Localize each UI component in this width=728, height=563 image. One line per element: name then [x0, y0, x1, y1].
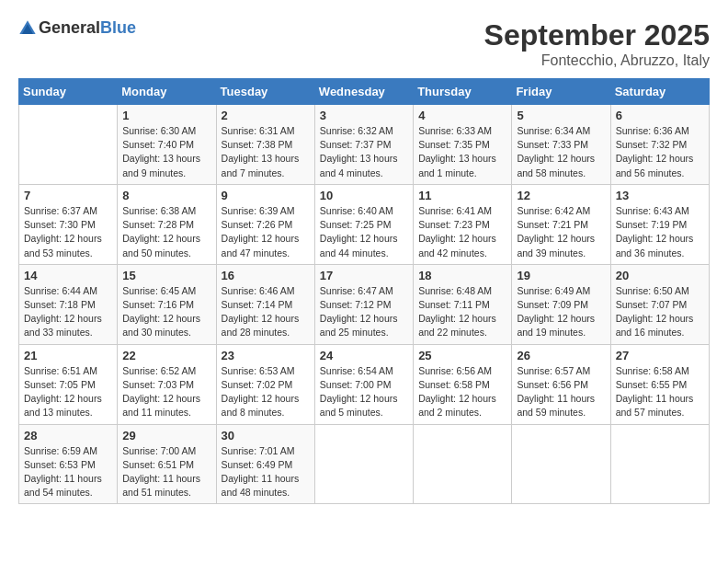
day-info: Sunrise: 6:34 AM Sunset: 7:33 PM Dayligh…: [517, 124, 605, 180]
calendar-cell: 5Sunrise: 6:34 AM Sunset: 7:33 PM Daylig…: [512, 105, 610, 185]
day-info: Sunrise: 6:46 AM Sunset: 7:14 PM Dayligh…: [222, 284, 310, 340]
calendar-cell: 26Sunrise: 6:57 AM Sunset: 6:56 PM Dayli…: [512, 344, 610, 424]
day-number: 11: [418, 189, 506, 202]
day-number: 6: [616, 109, 704, 122]
weekday-header-wednesday: Wednesday: [314, 79, 413, 105]
calendar-cell: 1Sunrise: 6:30 AM Sunset: 7:40 PM Daylig…: [118, 105, 216, 185]
calendar-body: 1Sunrise: 6:30 AM Sunset: 7:40 PM Daylig…: [19, 105, 710, 504]
day-info: Sunrise: 6:38 AM Sunset: 7:28 PM Dayligh…: [122, 204, 210, 260]
day-number: 13: [616, 189, 704, 202]
day-number: 26: [517, 349, 605, 362]
calendar-cell: 13Sunrise: 6:43 AM Sunset: 7:19 PM Dayli…: [610, 184, 709, 264]
month-title: September 2025: [484, 18, 710, 52]
day-info: Sunrise: 6:36 AM Sunset: 7:32 PM Dayligh…: [616, 124, 704, 180]
day-info: Sunrise: 6:45 AM Sunset: 7:16 PM Dayligh…: [122, 284, 210, 340]
day-number: 21: [24, 349, 112, 362]
calendar-week-2: 7Sunrise: 6:37 AM Sunset: 7:30 PM Daylig…: [19, 184, 710, 264]
calendar-cell: 25Sunrise: 6:56 AM Sunset: 6:58 PM Dayli…: [414, 344, 512, 424]
calendar-cell: 4Sunrise: 6:33 AM Sunset: 7:35 PM Daylig…: [414, 105, 512, 185]
calendar-cell: 3Sunrise: 6:32 AM Sunset: 7:37 PM Daylig…: [314, 105, 413, 185]
calendar-cell: 15Sunrise: 6:45 AM Sunset: 7:16 PM Dayli…: [118, 264, 216, 344]
day-number: 9: [222, 189, 310, 202]
calendar-cell: 23Sunrise: 6:53 AM Sunset: 7:02 PM Dayli…: [216, 344, 314, 424]
calendar-cell: 28Sunrise: 6:59 AM Sunset: 6:53 PM Dayli…: [19, 424, 118, 504]
day-number: 5: [517, 109, 605, 122]
day-info: Sunrise: 6:49 AM Sunset: 7:09 PM Dayligh…: [517, 284, 605, 340]
calendar-cell: 29Sunrise: 7:00 AM Sunset: 6:51 PM Dayli…: [118, 424, 216, 504]
calendar-cell: 14Sunrise: 6:44 AM Sunset: 7:18 PM Dayli…: [19, 264, 118, 344]
day-number: 4: [418, 109, 506, 122]
calendar-cell: 2Sunrise: 6:31 AM Sunset: 7:38 PM Daylig…: [216, 105, 314, 185]
calendar-cell: 12Sunrise: 6:42 AM Sunset: 7:21 PM Dayli…: [512, 184, 610, 264]
calendar-cell: 24Sunrise: 6:54 AM Sunset: 7:00 PM Dayli…: [314, 344, 413, 424]
day-number: 24: [320, 349, 408, 362]
weekday-header-saturday: Saturday: [610, 79, 709, 105]
day-number: 29: [122, 429, 210, 442]
weekday-header-row: SundayMondayTuesdayWednesdayThursdayFrid…: [19, 79, 710, 105]
day-info: Sunrise: 6:40 AM Sunset: 7:25 PM Dayligh…: [320, 204, 408, 260]
weekday-header-tuesday: Tuesday: [216, 79, 314, 105]
calendar-cell: 9Sunrise: 6:39 AM Sunset: 7:26 PM Daylig…: [216, 184, 314, 264]
day-info: Sunrise: 6:33 AM Sunset: 7:35 PM Dayligh…: [418, 124, 506, 180]
day-number: 22: [122, 349, 210, 362]
calendar-cell: 19Sunrise: 6:49 AM Sunset: 7:09 PM Dayli…: [512, 264, 610, 344]
day-info: Sunrise: 6:43 AM Sunset: 7:19 PM Dayligh…: [616, 204, 704, 260]
day-number: 3: [320, 109, 408, 122]
calendar-cell: 6Sunrise: 6:36 AM Sunset: 7:32 PM Daylig…: [610, 105, 709, 185]
calendar-week-3: 14Sunrise: 6:44 AM Sunset: 7:18 PM Dayli…: [19, 264, 710, 344]
day-info: Sunrise: 6:48 AM Sunset: 7:11 PM Dayligh…: [418, 284, 506, 340]
calendar-cell: 22Sunrise: 6:52 AM Sunset: 7:03 PM Dayli…: [118, 344, 216, 424]
day-info: Sunrise: 6:57 AM Sunset: 6:56 PM Dayligh…: [517, 364, 605, 420]
calendar-cell: 27Sunrise: 6:58 AM Sunset: 6:55 PM Dayli…: [610, 344, 709, 424]
logo-text-general: General: [39, 18, 100, 37]
day-number: 16: [222, 269, 310, 282]
day-number: 20: [616, 269, 704, 282]
day-info: Sunrise: 6:41 AM Sunset: 7:23 PM Dayligh…: [418, 204, 506, 260]
day-info: Sunrise: 7:01 AM Sunset: 6:49 PM Dayligh…: [222, 444, 310, 500]
calendar-week-5: 28Sunrise: 6:59 AM Sunset: 6:53 PM Dayli…: [19, 424, 710, 504]
day-number: 28: [24, 429, 112, 442]
day-number: 8: [122, 189, 210, 202]
day-number: 15: [122, 269, 210, 282]
day-info: Sunrise: 7:00 AM Sunset: 6:51 PM Dayligh…: [122, 444, 210, 500]
calendar-cell: 21Sunrise: 6:51 AM Sunset: 7:05 PM Dayli…: [19, 344, 118, 424]
logo-text-blue: Blue: [100, 18, 136, 37]
calendar-cell: 10Sunrise: 6:40 AM Sunset: 7:25 PM Dayli…: [314, 184, 413, 264]
day-number: 12: [517, 189, 605, 202]
day-info: Sunrise: 6:47 AM Sunset: 7:12 PM Dayligh…: [320, 284, 408, 340]
calendar-cell: [414, 424, 512, 504]
calendar-cell: 30Sunrise: 7:01 AM Sunset: 6:49 PM Dayli…: [216, 424, 314, 504]
calendar-cell: 7Sunrise: 6:37 AM Sunset: 7:30 PM Daylig…: [19, 184, 118, 264]
day-info: Sunrise: 6:37 AM Sunset: 7:30 PM Dayligh…: [24, 204, 112, 260]
day-number: 7: [24, 189, 112, 202]
day-number: 30: [222, 429, 310, 442]
day-number: 1: [122, 109, 210, 122]
calendar-table: SundayMondayTuesdayWednesdayThursdayFrid…: [18, 78, 710, 504]
calendar-cell: [610, 424, 709, 504]
day-info: Sunrise: 6:53 AM Sunset: 7:02 PM Dayligh…: [222, 364, 310, 420]
day-info: Sunrise: 6:59 AM Sunset: 6:53 PM Dayligh…: [24, 444, 112, 500]
day-info: Sunrise: 6:56 AM Sunset: 6:58 PM Dayligh…: [418, 364, 506, 420]
day-info: Sunrise: 6:51 AM Sunset: 7:05 PM Dayligh…: [24, 364, 112, 420]
day-number: 18: [418, 269, 506, 282]
weekday-header-monday: Monday: [118, 79, 216, 105]
calendar-week-4: 21Sunrise: 6:51 AM Sunset: 7:05 PM Dayli…: [19, 344, 710, 424]
day-number: 25: [418, 349, 506, 362]
day-number: 14: [24, 269, 112, 282]
day-info: Sunrise: 6:32 AM Sunset: 7:37 PM Dayligh…: [320, 124, 408, 180]
calendar-cell: [314, 424, 413, 504]
day-info: Sunrise: 6:42 AM Sunset: 7:21 PM Dayligh…: [517, 204, 605, 260]
day-number: 19: [517, 269, 605, 282]
day-info: Sunrise: 6:39 AM Sunset: 7:26 PM Dayligh…: [222, 204, 310, 260]
day-info: Sunrise: 6:44 AM Sunset: 7:18 PM Dayligh…: [24, 284, 112, 340]
day-info: Sunrise: 6:52 AM Sunset: 7:03 PM Dayligh…: [122, 364, 210, 420]
calendar-cell: [512, 424, 610, 504]
calendar-cell: 16Sunrise: 6:46 AM Sunset: 7:14 PM Dayli…: [216, 264, 314, 344]
calendar-week-1: 1Sunrise: 6:30 AM Sunset: 7:40 PM Daylig…: [19, 105, 710, 185]
day-info: Sunrise: 6:50 AM Sunset: 7:07 PM Dayligh…: [616, 284, 704, 340]
day-info: Sunrise: 6:31 AM Sunset: 7:38 PM Dayligh…: [222, 124, 310, 180]
day-number: 10: [320, 189, 408, 202]
logo: GeneralBlue: [18, 18, 136, 38]
weekday-header-sunday: Sunday: [19, 79, 118, 105]
calendar-cell: 18Sunrise: 6:48 AM Sunset: 7:11 PM Dayli…: [414, 264, 512, 344]
